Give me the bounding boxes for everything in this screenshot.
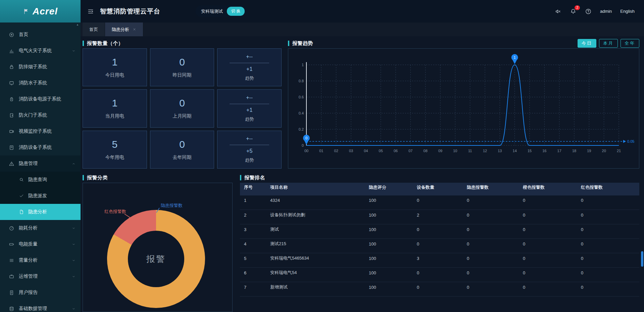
sidebar-item-11[interactable]: 需量分析 bbox=[0, 252, 81, 268]
page-scrollbar-thumb[interactable] bbox=[641, 251, 643, 267]
table-cell: 0 bbox=[463, 213, 519, 218]
range-button-0[interactable]: 今日 bbox=[578, 39, 596, 48]
alarm-donut-chart[interactable]: 报警 隐患报警数红色报警数 bbox=[83, 183, 233, 312]
logo-flag-icon bbox=[23, 8, 30, 15]
table-cell: 4324 bbox=[266, 198, 365, 203]
svg-text:11: 11 bbox=[468, 149, 472, 153]
switch-project-button[interactable]: 切 换 bbox=[227, 7, 245, 16]
stat-value: 1 bbox=[112, 56, 117, 68]
sidebar-item-label: 隐患管理 bbox=[19, 161, 38, 167]
trend-top-value: +-- bbox=[246, 95, 253, 101]
range-button-2[interactable]: 全年 bbox=[621, 39, 639, 48]
alarm-count-section: 报警数量（个） 1今日用电0昨日同期+--+1趋势1当月用电0上月同期+--+1… bbox=[83, 38, 282, 169]
logo-text: Acrel bbox=[33, 6, 58, 17]
sidebar-item-7[interactable]: 消防设备子系统 bbox=[0, 139, 81, 155]
trend-top-value: +-- bbox=[246, 136, 253, 142]
monitor-icon bbox=[9, 80, 14, 86]
svg-text:06: 06 bbox=[394, 149, 398, 153]
notifications[interactable]: 2 bbox=[570, 8, 577, 15]
sidebar-item-1[interactable]: 电气火灾子系统 bbox=[0, 43, 81, 59]
sidebar-item-3[interactable]: 消防水子系统 bbox=[0, 75, 81, 91]
table-cell: 3 bbox=[413, 256, 463, 261]
table-row[interactable]: 5安科瑞电气54656341003000 bbox=[240, 253, 639, 268]
sidebar-item-8[interactable]: 隐患管理 bbox=[0, 155, 81, 172]
chevron-up-icon bbox=[71, 162, 76, 166]
table-cell: 测试215 bbox=[266, 241, 365, 247]
chevron-down-icon bbox=[71, 258, 76, 263]
svg-text:0.8: 0.8 bbox=[299, 79, 304, 83]
sidebar-item-4[interactable]: 消防设备电源子系统 bbox=[0, 91, 81, 107]
table-row[interactable]: 6安科瑞电气541000000 bbox=[240, 268, 639, 282]
stat-card: 0昨日同期 bbox=[150, 48, 214, 86]
trend-card: +--+5趋势 bbox=[217, 131, 282, 169]
sidebar-scroll-up-icon[interactable]: ▲ bbox=[76, 23, 79, 26]
table-cell: 安科瑞电气54 bbox=[266, 270, 365, 276]
chevron-down-icon bbox=[71, 226, 76, 230]
table-row[interactable]: 143241000000 bbox=[240, 195, 639, 210]
table-row[interactable]: 2设备拓扑测试勿删1002000 bbox=[240, 210, 639, 224]
language-switcher[interactable]: English bbox=[620, 9, 635, 14]
trend-line-chart[interactable]: 00.20.40.60.8100010203040506070809101112… bbox=[288, 48, 639, 169]
sidebar-item-9[interactable]: 能耗分析 bbox=[0, 220, 81, 236]
app-title: 智慧消防管理云平台 bbox=[100, 7, 160, 16]
tab-1[interactable]: 隐患分析 bbox=[105, 23, 143, 36]
range-button-1[interactable]: 本月 bbox=[599, 39, 618, 48]
table-cell: 100 bbox=[365, 270, 413, 275]
sidebar-item-13[interactable]: 用户报告 bbox=[0, 284, 81, 301]
content: 报警数量（个） 1今日用电0昨日同期+--+1趋势1当月用电0上月同期+--+1… bbox=[81, 36, 644, 312]
sidebar-item-14[interactable]: 基础数据管理 bbox=[0, 301, 81, 312]
sidebar: ▲ 首页电气火灾子系统防排烟子系统消防水子系统消防设备电源子系统防火门子系统视频… bbox=[0, 23, 81, 312]
svg-text:10: 10 bbox=[453, 149, 457, 153]
username[interactable]: admin bbox=[600, 9, 612, 14]
table-cell: 5 bbox=[240, 256, 266, 261]
sidebar-item-5[interactable]: 防火门子系统 bbox=[0, 107, 81, 123]
menu-fold-icon[interactable] bbox=[87, 8, 94, 15]
check-icon bbox=[19, 193, 24, 198]
table-cell: 0 bbox=[519, 270, 577, 275]
speaker-mute-icon[interactable] bbox=[555, 8, 561, 15]
section-accent-bar bbox=[83, 175, 84, 180]
table-row[interactable]: 4测试2151000000 bbox=[240, 239, 639, 253]
device-icon bbox=[9, 145, 14, 150]
sidebar-menu: 首页电气火灾子系统防排烟子系统消防水子系统消防设备电源子系统防火门子系统视频监控… bbox=[0, 27, 81, 312]
sidebar-subitem-8-0[interactable]: 隐患查询 bbox=[0, 172, 81, 188]
tabbar: 首页隐患分析 bbox=[81, 23, 644, 36]
pie-callout-1: 红色报警数 bbox=[104, 209, 126, 215]
svg-text:07: 07 bbox=[408, 149, 412, 153]
trend-label: 趋势 bbox=[245, 157, 254, 163]
table-cell: 0 bbox=[463, 227, 519, 232]
sidebar-item-0[interactable]: 首页 bbox=[0, 27, 81, 43]
power-icon bbox=[9, 96, 14, 102]
table-cell: 0 bbox=[519, 198, 577, 203]
stat-value: 0 bbox=[179, 97, 185, 109]
sidebar-item-label: 基础数据管理 bbox=[19, 306, 47, 312]
sidebar-item-label: 用户报告 bbox=[19, 289, 38, 296]
sidebar-item-label: 电能质量 bbox=[19, 241, 38, 247]
table-row[interactable]: 7新增测试1000000 bbox=[240, 282, 639, 297]
sidebar-subitem-8-2[interactable]: 隐患分析 bbox=[0, 204, 81, 220]
table-cell: 0 bbox=[577, 270, 639, 275]
table-cell: 0 bbox=[519, 227, 577, 232]
help-icon[interactable] bbox=[585, 8, 592, 15]
stat-card: 0去年同期 bbox=[150, 131, 214, 169]
svg-text:0.6: 0.6 bbox=[299, 95, 304, 99]
table-cell: 4 bbox=[240, 241, 266, 247]
sidebar-item-label: 需量分析 bbox=[19, 257, 38, 263]
tab-0[interactable]: 首页 bbox=[83, 23, 105, 36]
donut-ring[interactable]: 报警 bbox=[107, 210, 205, 308]
sidebar-item-10[interactable]: 电能质量 bbox=[0, 236, 81, 252]
project-selector: 安科瑞测试 切 换 bbox=[196, 5, 246, 17]
sidebar-subitem-8-1[interactable]: 隐患派发 bbox=[0, 188, 81, 204]
stat-value: 1 bbox=[112, 97, 117, 109]
table-cell: 0 bbox=[413, 198, 463, 203]
battery-icon bbox=[9, 241, 14, 247]
sidebar-item-12[interactable]: 运维管理 bbox=[0, 268, 81, 284]
sidebar-item-2[interactable]: 防排烟子系统 bbox=[0, 59, 81, 75]
alarm-ranking-section: 报警排名 序号项目名称隐患评分设备数量隐患报警数橙色报警数红色报警数 14324… bbox=[240, 173, 639, 312]
tab-close-icon[interactable] bbox=[133, 28, 136, 31]
sidebar-item-label: 消防水子系统 bbox=[19, 80, 47, 86]
svg-text:03: 03 bbox=[349, 149, 353, 153]
table-row[interactable]: 3测试1000000 bbox=[240, 224, 639, 239]
sidebar-item-6[interactable]: 视频监控子系统 bbox=[0, 123, 81, 139]
alarm-category-title: 报警分类 bbox=[87, 175, 108, 181]
